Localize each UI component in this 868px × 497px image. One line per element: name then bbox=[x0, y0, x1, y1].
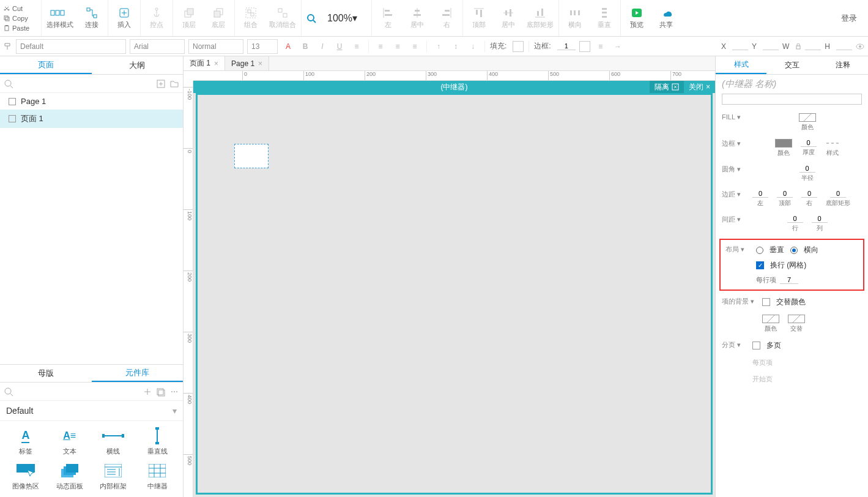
page-item[interactable]: 页面 1 bbox=[0, 110, 183, 128]
border-thickness-input[interactable] bbox=[801, 139, 817, 147]
x-input[interactable] bbox=[732, 42, 748, 50]
tab-master[interactable]: 母版 bbox=[0, 365, 92, 382]
widget-repeater[interactable]: 中继器 bbox=[138, 462, 177, 491]
lib-icon[interactable] bbox=[156, 387, 166, 397]
w-input[interactable] bbox=[805, 42, 821, 50]
add-lib-icon[interactable] bbox=[143, 387, 152, 397]
cut-button[interactable]: Cut bbox=[2, 4, 39, 13]
widget-text[interactable]: A≡文本 bbox=[50, 427, 89, 456]
y-input[interactable] bbox=[763, 42, 779, 50]
paste-button[interactable]: Paste bbox=[2, 24, 39, 32]
lib-section-header[interactable]: Default▾ bbox=[0, 401, 183, 421]
canvas[interactable]: (中继器) 隔离 关闭× bbox=[193, 81, 715, 497]
more-icon[interactable] bbox=[169, 387, 179, 397]
margin-bottom-input[interactable] bbox=[830, 190, 846, 198]
italic-icon[interactable]: I bbox=[316, 40, 329, 53]
underline-icon[interactable]: U bbox=[333, 40, 346, 53]
tab-style[interactable]: 样式 bbox=[716, 56, 766, 74]
tab-interactions[interactable]: 交互 bbox=[766, 56, 817, 74]
close-tab-icon[interactable]: × bbox=[214, 59, 218, 68]
widget-vline[interactable]: 垂直线 bbox=[138, 427, 177, 456]
wrap-checkbox[interactable]: ✓ bbox=[756, 261, 764, 269]
close-repeater-button[interactable]: 关闭× bbox=[684, 81, 715, 93]
widget-iframe[interactable]: 内部框架 bbox=[94, 462, 133, 491]
weight-select[interactable]: Normal bbox=[188, 39, 243, 54]
align-right-text-icon[interactable]: ≡ bbox=[408, 40, 421, 53]
tab-notes[interactable]: 注释 bbox=[817, 56, 868, 74]
valign-top-icon[interactable]: ↑ bbox=[432, 40, 445, 53]
visibility-icon[interactable] bbox=[856, 42, 864, 51]
add-folder-icon[interactable] bbox=[169, 79, 179, 89]
preview-button[interactable]: 预览 bbox=[626, 7, 648, 29]
border-style-icon[interactable] bbox=[825, 139, 840, 148]
widget-search-input[interactable] bbox=[17, 387, 139, 396]
zoom-select[interactable]: 100% ▾ bbox=[324, 11, 366, 26]
widget-label[interactable]: A标签 bbox=[6, 427, 45, 456]
paint-format-icon[interactable] bbox=[4, 42, 12, 51]
add-page-icon[interactable] bbox=[156, 79, 166, 89]
widget-dynamic-panel[interactable]: 动态面板 bbox=[50, 462, 89, 491]
gap-section[interactable]: 间距 ▾ bbox=[722, 215, 746, 224]
alt-color-checkbox[interactable] bbox=[762, 298, 770, 306]
size-select[interactable]: 13 bbox=[247, 39, 278, 54]
page-search-input[interactable] bbox=[17, 80, 152, 88]
h-input[interactable] bbox=[836, 42, 852, 50]
layout-horizontal-radio[interactable] bbox=[790, 247, 798, 254]
page-item[interactable]: Page 1 bbox=[0, 93, 183, 110]
share-button[interactable]: 共享 bbox=[655, 7, 677, 29]
layout-section[interactable]: 布局 ▾ bbox=[725, 245, 750, 254]
font-select[interactable]: Arial bbox=[130, 39, 185, 54]
doc-tab[interactable]: 页面 1× bbox=[184, 56, 225, 70]
tab-widgets[interactable]: 元件库 bbox=[92, 365, 184, 382]
border-swatch[interactable] bbox=[579, 41, 590, 52]
close-tab-icon[interactable]: × bbox=[258, 59, 262, 68]
select-mode-button[interactable]: 选择模式 bbox=[46, 7, 73, 29]
paging-section[interactable]: 分页 ▾ bbox=[722, 340, 746, 349]
arrow-style-icon[interactable]: → bbox=[611, 40, 625, 53]
fill-swatch[interactable] bbox=[513, 41, 524, 52]
item-bg-section[interactable]: 项的背景 ▾ bbox=[722, 297, 756, 306]
align-left-text-icon[interactable]: ≡ bbox=[374, 40, 387, 53]
margin-right-input[interactable] bbox=[801, 190, 817, 198]
bg-color-swatch[interactable] bbox=[762, 315, 779, 323]
fill-section[interactable]: FILL ▾ bbox=[722, 113, 746, 121]
multi-page-checkbox[interactable] bbox=[752, 342, 760, 349]
style-select[interactable]: Default bbox=[16, 39, 126, 54]
lock-icon[interactable] bbox=[795, 43, 801, 50]
valign-bot-icon[interactable]: ↓ bbox=[466, 40, 480, 53]
col-gap-input[interactable] bbox=[812, 215, 828, 223]
items-per-row-input[interactable] bbox=[780, 276, 798, 284]
tab-outline[interactable]: 大纲 bbox=[92, 56, 184, 74]
valign-mid-icon[interactable]: ↕ bbox=[449, 40, 462, 53]
widget-hotspot[interactable]: 图像热区 bbox=[6, 462, 45, 491]
alt-bg-swatch[interactable] bbox=[788, 315, 805, 323]
svg-rect-21 bbox=[385, 10, 390, 12]
layout-vertical-radio[interactable] bbox=[756, 247, 763, 254]
corner-radius-input[interactable] bbox=[799, 165, 815, 173]
font-color-icon[interactable]: A bbox=[281, 40, 295, 53]
margin-section[interactable]: 边距 ▾ bbox=[722, 190, 746, 199]
login-link[interactable]: 登录 bbox=[830, 0, 868, 36]
doc-tab[interactable]: Page 1× bbox=[225, 56, 269, 70]
widget-name-placeholder[interactable]: (中继器 名称) bbox=[716, 75, 868, 94]
copy-button[interactable]: Copy bbox=[2, 14, 39, 23]
border-section[interactable]: 边框 ▾ bbox=[722, 139, 746, 148]
insert-button[interactable]: 插入 bbox=[113, 7, 135, 29]
margin-top-input[interactable] bbox=[777, 190, 793, 198]
style-preview-box[interactable] bbox=[722, 94, 862, 105]
margin-left-input[interactable] bbox=[752, 190, 768, 198]
tab-pages[interactable]: 页面 bbox=[0, 56, 92, 74]
isolate-button[interactable]: 隔离 bbox=[650, 81, 684, 93]
corner-section[interactable]: 圆角 ▾ bbox=[722, 165, 746, 174]
border-color-swatch[interactable] bbox=[775, 139, 792, 148]
border-width-input[interactable] bbox=[557, 42, 576, 50]
bullets-icon[interactable]: ≡ bbox=[350, 40, 363, 53]
widget-hline[interactable]: 横线 bbox=[94, 427, 133, 456]
row-gap-input[interactable] bbox=[787, 215, 803, 223]
connect-button[interactable]: 连接 bbox=[81, 7, 103, 29]
bold-icon[interactable]: B bbox=[299, 40, 312, 53]
align-center-text-icon[interactable]: ≡ bbox=[391, 40, 404, 53]
line-style-icon[interactable]: ≡ bbox=[594, 40, 607, 53]
repeater-item-shape[interactable] bbox=[234, 144, 269, 168]
fill-color-swatch[interactable] bbox=[799, 113, 816, 122]
